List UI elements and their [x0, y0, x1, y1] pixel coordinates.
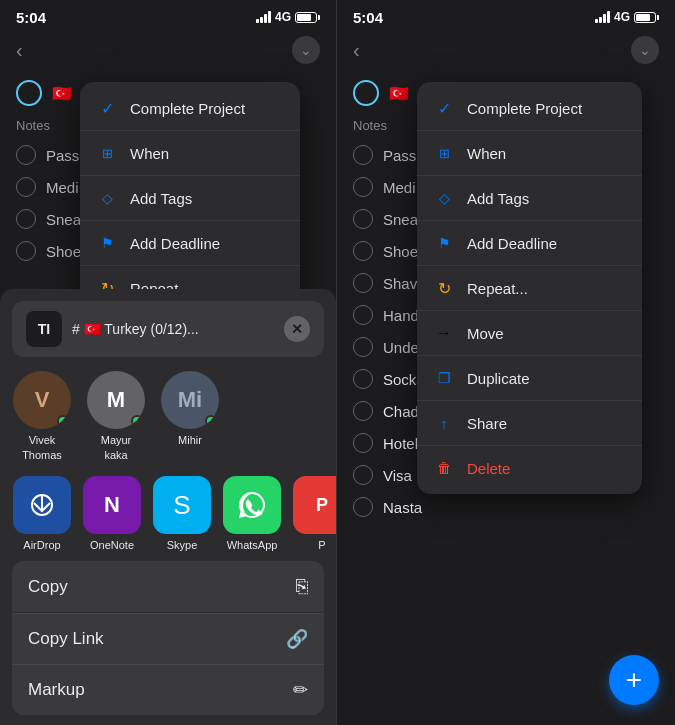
complete-icon: ✓	[96, 97, 118, 119]
signal-icon	[595, 11, 610, 23]
task-text: Snea	[383, 211, 418, 228]
contact-item-vivek[interactable]: V VivekThomas	[12, 371, 72, 462]
contact-name-mayur: Mayurkaka	[101, 433, 132, 462]
share-close-button[interactable]: ✕	[284, 316, 310, 342]
menu-item-complete[interactable]: ✓ Complete Project	[417, 86, 642, 131]
contact-item-mayur[interactable]: M Mayurkaka	[86, 371, 146, 462]
menu-label-move: Move	[467, 325, 504, 342]
right-context-menu: ✓ Complete Project ⊞ When ◇ Add Tags ⚑ A…	[417, 82, 642, 494]
menu-label-repeat: Repeat...	[467, 280, 528, 297]
app-name-onenote: OneNote	[90, 539, 134, 551]
task-text: Shoe	[383, 243, 418, 260]
task-checkbox[interactable]	[353, 497, 373, 517]
menu-label-when: When	[130, 145, 169, 162]
left-task-circle[interactable]	[16, 80, 42, 106]
menu-item-duplicate[interactable]: ❐ Duplicate	[417, 356, 642, 401]
menu-item-delete[interactable]: 🗑 Delete	[417, 446, 642, 490]
right-circle-button[interactable]: ⌄	[631, 36, 659, 64]
add-tags-icon: ◇	[433, 187, 455, 209]
contact-name-vivek: VivekThomas	[22, 433, 62, 462]
action-row-copy-link[interactable]: Copy Link 🔗	[12, 613, 324, 664]
task-checkbox[interactable]	[353, 209, 373, 229]
share-task-row: TI # 🇹🇷 Turkey (0/12)... ✕	[12, 301, 324, 357]
menu-label-complete: Complete Project	[467, 100, 582, 117]
menu-item-complete[interactable]: ✓ Complete Project	[80, 86, 300, 131]
task-checkbox[interactable]	[353, 369, 373, 389]
share-task-title: # 🇹🇷 Turkey (0/12)...	[72, 321, 274, 337]
task-text: Unde	[383, 339, 419, 356]
add-deadline-icon: ⚑	[433, 232, 455, 254]
menu-item-add-deadline[interactable]: ⚑ Add Deadline	[80, 221, 300, 266]
left-status-icons: 4G	[256, 10, 320, 24]
whatsapp-icon	[223, 476, 281, 534]
action-row-copy[interactable]: Copy ⎘	[12, 561, 324, 612]
fab-add-button[interactable]: +	[609, 655, 659, 705]
app-item-whatsapp[interactable]: WhatsApp	[222, 476, 282, 551]
add-deadline-icon: ⚑	[96, 232, 118, 254]
left-panel: 5:04 4G ‹ ⌄ 🇹🇷 Notes Passp	[0, 0, 337, 725]
share-sheet: TI # 🇹🇷 Turkey (0/12)... ✕ V VivekThomas…	[0, 289, 336, 725]
task-checkbox[interactable]	[353, 337, 373, 357]
network-label: 4G	[614, 10, 630, 24]
task-checkbox[interactable]	[16, 241, 36, 261]
menu-item-when[interactable]: ⊞ When	[417, 131, 642, 176]
menu-item-add-tags[interactable]: ◇ Add Tags	[80, 176, 300, 221]
when-icon: ⊞	[96, 142, 118, 164]
left-status-bar: 5:04 4G	[0, 0, 336, 32]
contact-avatar-vivek: V	[13, 371, 71, 429]
right-status-bar: 5:04 4G	[337, 0, 675, 32]
online-indicator	[205, 415, 217, 427]
task-checkbox[interactable]	[353, 177, 373, 197]
battery-icon	[634, 12, 659, 23]
duplicate-icon: ❐	[433, 367, 455, 389]
menu-item-repeat[interactable]: ↻ Repeat...	[417, 266, 642, 311]
task-text: Medi	[383, 179, 416, 196]
task-checkbox[interactable]	[16, 209, 36, 229]
right-back-button[interactable]: ‹	[353, 39, 360, 62]
right-task-flag: 🇹🇷	[389, 84, 409, 103]
app-item-more[interactable]: P P	[292, 476, 336, 551]
fab-icon: +	[626, 664, 642, 696]
right-status-icons: 4G	[595, 10, 659, 24]
contact-item-mihir[interactable]: Mi Mihir	[160, 371, 220, 462]
app-name-whatsapp: WhatsApp	[227, 539, 278, 551]
app-item-skype[interactable]: S Skype	[152, 476, 212, 551]
task-text: Nasta	[383, 499, 422, 516]
right-nav-bar: ‹ ⌄	[337, 32, 675, 72]
action-label-copy: Copy	[28, 577, 68, 597]
menu-label-when: When	[467, 145, 506, 162]
markup-icon: ✏	[293, 679, 308, 701]
task-checkbox[interactable]	[16, 177, 36, 197]
left-back-button[interactable]: ‹	[16, 39, 23, 62]
task-checkbox[interactable]	[353, 465, 373, 485]
task-text: Snea	[46, 211, 81, 228]
when-icon: ⊞	[433, 142, 455, 164]
app-item-airdrop[interactable]: AirDrop	[12, 476, 72, 551]
menu-label-add-deadline: Add Deadline	[130, 235, 220, 252]
task-checkbox[interactable]	[353, 305, 373, 325]
task-checkbox[interactable]	[353, 241, 373, 261]
action-label-copy-link: Copy Link	[28, 629, 104, 649]
menu-item-when[interactable]: ⊞ When	[80, 131, 300, 176]
menu-item-add-deadline[interactable]: ⚑ Add Deadline	[417, 221, 642, 266]
left-circle-button[interactable]: ⌄	[292, 36, 320, 64]
menu-item-add-tags[interactable]: ◇ Add Tags	[417, 176, 642, 221]
menu-item-move[interactable]: → Move	[417, 311, 642, 356]
left-task-flag: 🇹🇷	[52, 84, 72, 103]
menu-item-share[interactable]: ↑ Share	[417, 401, 642, 446]
task-checkbox[interactable]	[353, 273, 373, 293]
menu-label-delete: Delete	[467, 460, 510, 477]
menu-label-add-tags: Add Tags	[467, 190, 529, 207]
right-task-circle[interactable]	[353, 80, 379, 106]
task-checkbox[interactable]	[353, 401, 373, 421]
action-row-markup[interactable]: Markup ✏	[12, 664, 324, 715]
task-checkbox[interactable]	[16, 145, 36, 165]
app-item-onenote[interactable]: N OneNote	[82, 476, 142, 551]
contacts-row: V VivekThomas M Mayurkaka Mi Mihir	[0, 357, 336, 470]
left-nav-bar: ‹ ⌄	[0, 32, 336, 72]
task-text: Hand	[383, 307, 419, 324]
task-checkbox[interactable]	[353, 433, 373, 453]
apps-row: AirDrop N OneNote S Skype WhatsApp	[0, 470, 336, 561]
app-name-more: P	[318, 539, 325, 551]
task-checkbox[interactable]	[353, 145, 373, 165]
